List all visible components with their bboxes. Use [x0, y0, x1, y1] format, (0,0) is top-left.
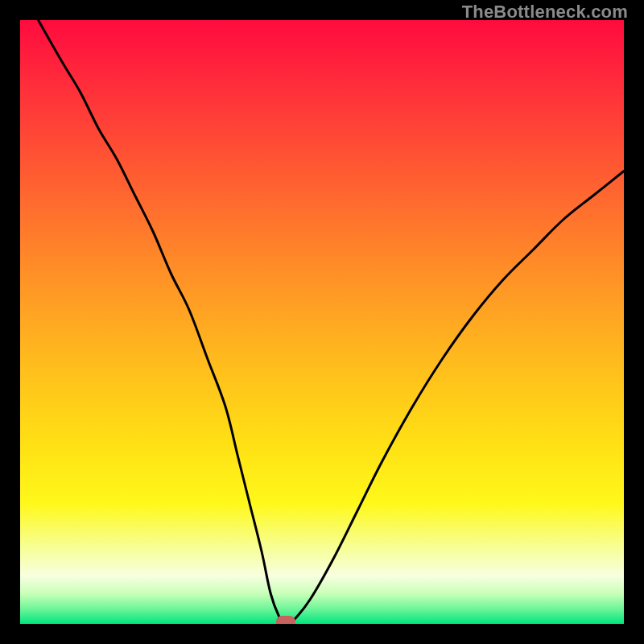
bottleneck-chart	[20, 20, 624, 624]
plot-area	[20, 20, 624, 624]
chart-frame: TheBottleneck.com	[0, 0, 644, 644]
optimal-marker	[276, 616, 295, 624]
gradient-background	[20, 20, 624, 624]
